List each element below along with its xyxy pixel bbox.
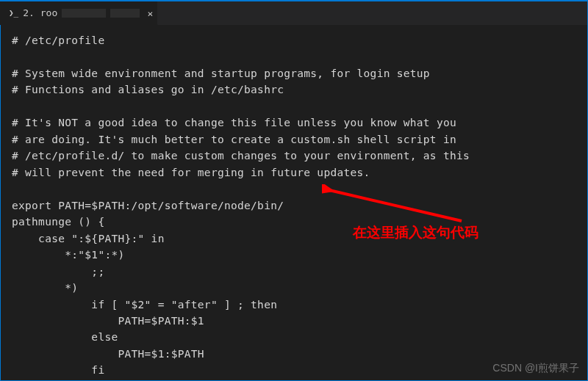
- terminal-content[interactable]: # /etc/profile # System wide environment…: [0, 25, 588, 381]
- terminal-tab[interactable]: ❯_ 2. roo ×: [0, 1, 158, 25]
- tab-bar: ❯_ 2. roo ×: [0, 0, 588, 25]
- redacted-text: [110, 9, 140, 18]
- redacted-text: [62, 9, 106, 18]
- arrow-icon: [322, 184, 484, 228]
- terminal-icon: ❯_: [9, 8, 18, 18]
- annotation-text: 在这里插入这句代码: [353, 223, 478, 242]
- watermark: CSDN @I煎饼果子: [492, 362, 579, 375]
- tab-label: 2. roo: [23, 7, 57, 18]
- close-icon[interactable]: ×: [147, 7, 153, 18]
- svg-line-1: [329, 190, 462, 221]
